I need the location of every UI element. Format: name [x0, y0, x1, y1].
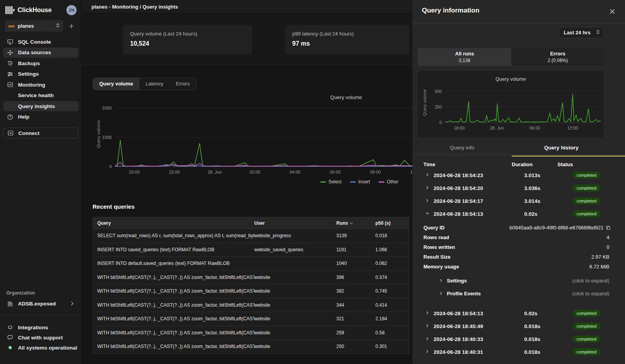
sidebar-item-query-insights[interactable]: Query insights [3, 101, 79, 111]
legend-item-insert[interactable]: Insert [350, 179, 370, 185]
segment-errors[interactable]: Errors2 (0.06%) [511, 48, 605, 66]
stat-label: p99 latency (Last 24 hours) [292, 31, 402, 37]
sidebar-item-service-health[interactable]: Service health [3, 91, 79, 101]
chevron-down-icon[interactable] [425, 211, 429, 216]
column-header-runs[interactable]: Runs [336, 220, 375, 226]
avatar[interactable]: ZN [66, 5, 77, 15]
status-badge: completed [573, 323, 600, 330]
sidebar-item-help[interactable]: Help [3, 112, 79, 122]
history-row[interactable]: 2024-06-28 18:54:203.036scompleted [412, 182, 625, 195]
run-time: 2024-06-28 18:40:31 [434, 349, 483, 355]
table-row[interactable]: SELECT sum(read_rows) AS r, sum(total_ro… [93, 229, 409, 243]
cell-query: WITH bitShiftLeft(CAST(?..), _CAST(?..))… [93, 316, 254, 321]
history-row[interactable]: 2024-06-28 18:40:330.018scompleted [412, 333, 625, 346]
history-row[interactable]: 2024-06-28 18:54:173.014scompleted [412, 195, 625, 208]
svg-text:28. Jun: 28. Jun [207, 170, 221, 174]
run-time: 2024-06-28 18:54:13 [434, 211, 483, 217]
plus-icon [69, 23, 74, 29]
topbar: planes - Monitoring / Query insights [82, 0, 412, 14]
column-header-p50-s[interactable]: p50 (s) [375, 220, 409, 226]
cell-query: WITH bitShiftLeft(CAST(?..), _CAST(?..))… [93, 302, 254, 308]
cell-user: website [254, 275, 336, 280]
sidebar-item-label: Backups [18, 60, 40, 66]
status-badge: completed [573, 172, 600, 179]
legend-item-other[interactable]: Other [379, 179, 398, 185]
table-row[interactable]: WITH bitShiftLeft(CAST(?..), _CAST(?..))… [93, 284, 409, 298]
history-row[interactable]: 2024-06-28 18:54:130.02scompleted [412, 208, 625, 221]
sidebar-item-settings[interactable]: Settings [3, 69, 79, 79]
footer-item-integrations[interactable]: Integrations [3, 322, 79, 332]
history-row[interactable]: 2024-06-28 18:45:490.018scompleted [412, 320, 625, 333]
copy-icon[interactable] [606, 225, 611, 232]
expandable-settings[interactable]: Settings(click to expand) [412, 275, 625, 288]
mini-query-volume-chart: 025050018:0028. Jun06:0012:00 [418, 82, 604, 136]
svg-text:02:00: 02:00 [250, 170, 261, 174]
clickhouse-logo-icon [5, 6, 14, 14]
close-icon[interactable] [608, 7, 616, 16]
history-rows: 2024-06-28 18:54:130.02scompleted2024-06… [412, 307, 625, 359]
sidebar-item-label: Query insights [18, 103, 55, 109]
run-duration: 0.02s [524, 311, 538, 316]
status-dot [9, 346, 12, 349]
detail-gap [412, 272, 625, 275]
tab-query-volume[interactable]: Query volume [93, 78, 139, 90]
run-duration: 3.036s [524, 185, 540, 191]
chevron-right-icon[interactable] [425, 337, 429, 341]
expandable-profile-events[interactable]: Profile Events(click to expand) [412, 288, 625, 301]
legend-item-select[interactable]: Select [320, 179, 341, 185]
sidebar-item-data-sources[interactable]: Data sources [3, 48, 79, 58]
service-selector[interactable]: aws planes [5, 20, 63, 32]
history-row[interactable]: 2024-06-28 18:54:233.013scompleted [412, 169, 625, 182]
table-row[interactable]: INSERT INTO saved_queries (text) FORMAT … [93, 243, 409, 257]
column-header-user[interactable]: User [254, 220, 336, 226]
cell-runs: 382 [336, 288, 375, 294]
stat-value: 10,524 [130, 40, 245, 47]
table-row[interactable]: WITH bitShiftLeft(CAST(?..), _CAST(?..))… [93, 340, 409, 354]
time-range-select[interactable]: Last 24 hrs [559, 27, 604, 38]
expandable-label: Profile Events [447, 291, 481, 297]
table-row[interactable]: WITH bitShiftLeft(CAST(?..), _CAST(?..))… [93, 298, 409, 313]
cell-p50: 0.414 [375, 302, 409, 308]
history-row[interactable]: 2024-06-28 18:54:130.02scompleted [412, 307, 625, 320]
run-time: 2024-06-28 18:54:17 [434, 198, 483, 204]
run-details: Query IDb0845aa9-a8c9-49f0-8f68-e678669b… [412, 223, 625, 301]
table-row[interactable]: WITH bitShiftLeft(CAST(?..), _CAST(?..))… [93, 271, 409, 285]
footer-item-chat-with-support[interactable]: Chat with support [3, 332, 79, 343]
segment-all-runs[interactable]: All runs3,138 [418, 48, 511, 66]
run-duration: 0.02s [524, 211, 538, 217]
panel-title: Query information [422, 7, 479, 14]
column-header-query[interactable]: Query [93, 220, 254, 226]
chevron-right-icon [439, 279, 443, 283]
sidebar-item-sql-console[interactable]: SQL Console [3, 37, 79, 47]
connect-button[interactable]: Connect [3, 128, 79, 138]
cell-p50: 0.301 [375, 344, 409, 349]
tab-latency[interactable]: Latency [139, 78, 170, 90]
chevron-right-icon[interactable] [425, 324, 429, 328]
sidebar-item-label: Service health [18, 92, 54, 98]
sidebar-item-monitoring[interactable]: Monitoring [3, 80, 79, 90]
history-row[interactable]: 2024-06-28 18:40:310.018scompleted [412, 346, 625, 359]
table-row[interactable]: INSERT INTO default.saved_queries (text)… [93, 257, 409, 271]
cell-query: INSERT INTO saved_queries (text) FORMAT … [93, 247, 254, 252]
chevron-right-icon[interactable] [425, 350, 429, 354]
tab-query-history[interactable]: Query history [512, 143, 611, 154]
tab-errors[interactable]: Errors [170, 78, 196, 90]
add-service-button[interactable] [66, 21, 77, 31]
chevron-right-icon[interactable] [425, 173, 429, 178]
chevron-right-icon[interactable] [425, 311, 429, 316]
table-row[interactable]: WITH bitShiftLeft(CAST(?..), _CAST(?..))… [93, 312, 409, 326]
cell-p50: 0.374 [375, 275, 409, 280]
organization-switcher[interactable]: ADSB.exposed [3, 298, 79, 309]
brand-name: ClickHouse [18, 7, 66, 14]
stat-card-query-volume: Query volume (Last 24 hours) 10,524 [123, 25, 252, 55]
chevron-right-icon[interactable] [425, 199, 429, 203]
status-badge: completed [573, 336, 600, 343]
table-row[interactable]: WITH bitShiftLeft(CAST(?..), _CAST(?..))… [93, 326, 409, 340]
tab-query-info[interactable]: Query info [412, 143, 512, 154]
cell-runs: 344 [336, 302, 375, 308]
cell-runs: 396 [336, 275, 375, 280]
sidebar-item-backups[interactable]: Backups [3, 58, 79, 68]
chevron-right-icon[interactable] [425, 186, 429, 190]
footer-item-all-systems-operational[interactable]: All systems operational [3, 343, 79, 353]
query-information-panel: Query information Last 24 hrs All runs3,… [412, 0, 625, 364]
